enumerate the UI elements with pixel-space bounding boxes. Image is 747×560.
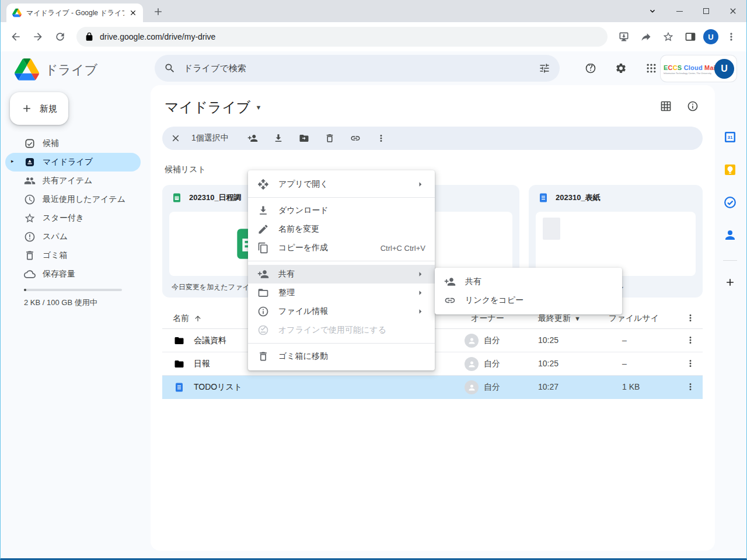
move-selected-icon[interactable] (299, 133, 309, 144)
more-actions-icon[interactable] (376, 133, 386, 144)
header-more-icon[interactable] (685, 313, 696, 323)
sidebar: 新規 候補 ▸ マイドライブ 共有アイテム 最近使用したア (1, 85, 150, 558)
menu-item-trash[interactable]: ゴミ箱に移動 (248, 347, 435, 366)
info-icon[interactable] (687, 100, 699, 112)
window-minimize-button[interactable] (666, 0, 693, 22)
spam-icon (24, 231, 36, 243)
apps-grid-icon[interactable] (640, 57, 663, 80)
new-button-label: 新規 (40, 103, 57, 114)
owner-avatar (465, 357, 479, 371)
trash-selected-icon[interactable] (324, 133, 335, 144)
sidebar-item-shared[interactable]: 共有アイテム (5, 172, 141, 190)
submenu-item-share[interactable]: 共有 (435, 272, 622, 291)
account-badge[interactable]: ECCS Cloud Mail Information Technology C… (661, 55, 736, 82)
keep-icon[interactable] (718, 158, 742, 181)
sidebar-item-suggested[interactable]: 候補 (5, 134, 141, 153)
column-size[interactable]: ファイルサイ (609, 313, 679, 324)
share-selected-icon[interactable] (247, 133, 258, 144)
menu-divider (248, 197, 435, 198)
drive-logo (15, 58, 39, 80)
tab-search-icon[interactable] (639, 0, 666, 22)
copy-icon (257, 242, 269, 254)
row-more-icon[interactable] (685, 335, 696, 345)
row-more-icon[interactable] (685, 382, 696, 392)
browser-profile-avatar[interactable]: U (703, 29, 718, 44)
settings-gear-icon[interactable] (609, 57, 633, 80)
page-title[interactable]: マイドライブ ▼ (165, 98, 261, 117)
search-options-icon[interactable] (539, 62, 550, 74)
table-row-selected[interactable]: TODOリスト 自分 10:27 1 KB (162, 376, 703, 399)
menu-divider (248, 261, 435, 261)
menu-divider (248, 343, 435, 344)
browser-tab[interactable]: マイドライブ - Google ドライブ (6, 4, 143, 22)
expand-arrow-icon[interactable]: ▸ (11, 158, 14, 164)
menu-item-organize[interactable]: 整理 (248, 284, 435, 302)
window-maximize-button[interactable] (693, 0, 720, 22)
row-more-icon[interactable] (685, 358, 696, 369)
column-modified[interactable]: 最終更新 ▼ (538, 313, 581, 324)
docs-icon (174, 382, 184, 393)
cloud-icon (24, 268, 36, 280)
search-input[interactable]: ドライブで検索 (155, 55, 560, 82)
column-name[interactable]: 名前 (173, 313, 202, 324)
menu-item-download[interactable]: ダウンロード (248, 201, 435, 220)
selection-count: 1個選択中 (191, 133, 229, 144)
account-avatar[interactable]: U (714, 59, 734, 79)
svg-text:31: 31 (728, 135, 733, 140)
help-icon[interactable] (579, 57, 602, 80)
menu-item-file-info[interactable]: ファイル情報 (248, 302, 435, 321)
new-button[interactable]: 新規 (10, 92, 68, 125)
tasks-icon[interactable] (718, 191, 742, 214)
menu-item-make-copy[interactable]: コピーを作成 Ctrl+C Ctrl+V (248, 239, 435, 257)
sidebar-item-recent[interactable]: 最近使用したアイテム (5, 190, 141, 209)
new-tab-button[interactable] (152, 6, 164, 18)
title-dropdown-icon[interactable]: ▼ (255, 104, 261, 111)
menu-item-rename[interactable]: 名前を変更 (248, 220, 435, 239)
sidebar-item-spam[interactable]: スパム (5, 228, 141, 246)
submenu-arrow-icon (415, 179, 425, 190)
person-add-icon (257, 268, 269, 280)
install-icon[interactable] (615, 27, 633, 46)
contacts-icon[interactable] (718, 223, 742, 247)
check-square-icon (24, 138, 36, 149)
side-panel-icon[interactable] (681, 27, 700, 46)
column-owner[interactable]: オーナー (471, 313, 504, 324)
sidebar-item-storage[interactable]: 保存容量 (5, 265, 141, 284)
people-icon (24, 175, 36, 187)
bookmark-star-icon[interactable] (659, 27, 678, 46)
browser-window: マイドライブ - Google ドライブ drive.google.com/dr… (0, 0, 747, 560)
sidebar-item-starred[interactable]: スター付き (5, 209, 141, 228)
forward-button[interactable] (29, 27, 47, 46)
calendar-icon[interactable]: 31 (718, 125, 742, 149)
menu-item-open-with[interactable]: アプリで開く (248, 175, 435, 194)
info-icon (257, 306, 269, 317)
sidebar-item-trash[interactable]: ゴミ箱 (5, 246, 141, 265)
side-panel-rail: 31 (714, 85, 746, 558)
sort-ascending-icon (194, 314, 202, 323)
clear-selection-icon[interactable] (170, 133, 181, 144)
browser-menu-icon[interactable] (722, 27, 741, 46)
share-page-icon[interactable] (637, 27, 655, 46)
reload-button[interactable] (51, 27, 69, 46)
window-close-button[interactable] (720, 0, 746, 22)
copy-link-selected-icon[interactable] (350, 133, 361, 144)
tab-strip: マイドライブ - Google ドライブ (1, 0, 746, 22)
sidebar-item-my-drive[interactable]: ▸ マイドライブ (5, 153, 141, 172)
get-add-ons-icon[interactable] (718, 271, 742, 294)
menu-item-share[interactable]: 共有 (248, 265, 435, 284)
back-button[interactable] (6, 27, 25, 46)
url-bar[interactable]: drive.google.com/drive/my-drive (76, 27, 608, 47)
trash-icon (24, 250, 36, 261)
rail-divider (723, 260, 737, 261)
download-icon (257, 205, 269, 216)
plus-icon (21, 103, 33, 114)
modified-dropdown-icon[interactable]: ▼ (574, 315, 581, 322)
owner-avatar (465, 334, 479, 348)
folder-outline-icon (257, 287, 269, 299)
menu-item-offline: オフラインで使用可能にする (248, 321, 435, 340)
download-selected-icon[interactable] (273, 133, 284, 144)
grid-view-icon[interactable] (660, 100, 672, 112)
submenu-item-copy-link[interactable]: リンクをコピー (435, 291, 622, 310)
selection-toolbar: 1個選択中 (162, 127, 703, 150)
tab-close-icon[interactable] (129, 9, 137, 17)
